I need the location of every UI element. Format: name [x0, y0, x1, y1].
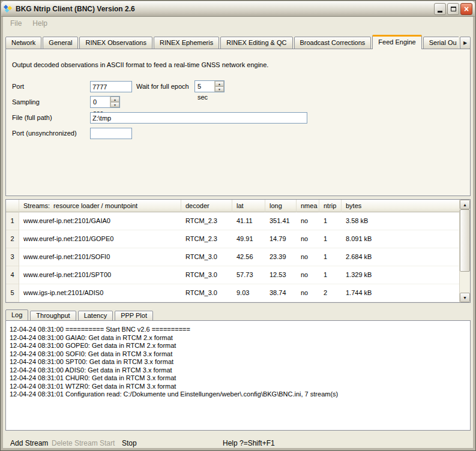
cell-decoder: RTCM_3.0 — [181, 284, 232, 302]
maximize-button[interactable] — [447, 3, 459, 15]
cell-long: 14.79 — [265, 230, 297, 248]
menu-bar: File Help — [3, 17, 473, 30]
port-input[interactable] — [90, 81, 132, 92]
log-line: 12-04-24 08:31:01 CHUR0: Get data in RTC… — [10, 374, 466, 383]
cell-nmea: no — [297, 212, 319, 230]
cell-long: 23.39 — [265, 248, 297, 266]
sampling-spinner[interactable]: 0 sec ▲ ▼ — [90, 96, 120, 108]
minimize-button[interactable] — [434, 3, 446, 15]
panel-description: Output decoded observations in ASCII for… — [12, 61, 268, 68]
menu-file[interactable]: File — [9, 19, 23, 30]
wait-for-full-epoch-label: Wait for full epoch — [136, 83, 189, 90]
cell-lat: 9.03 — [232, 284, 265, 302]
wait-for-full-epoch-spinner[interactable]: 5 sec ▲ ▼ — [194, 80, 224, 92]
header-nmea[interactable]: nmea — [297, 200, 319, 212]
row-number: 5 — [6, 284, 19, 302]
log-tab-bar: Log Throughput Latency PPP Plot — [5, 309, 155, 321]
wait-value: 5 sec — [195, 81, 214, 92]
feed-engine-panel: Output decoded observations in ASCII for… — [5, 49, 471, 196]
tab-general[interactable]: General — [43, 37, 78, 49]
cell-long: 38.74 — [265, 284, 297, 302]
log-line: 12-04-24 08:31:01 Configuration read: C:… — [10, 390, 466, 399]
cell-bytes: 8.091 kB — [342, 230, 460, 248]
close-icon: × — [464, 5, 469, 13]
tab-network[interactable]: Network — [5, 37, 41, 49]
cell-decoder: RTCM_3.0 — [181, 248, 232, 266]
title-bar[interactable]: BKG Ntrip Client (BNC) Version 2.6 × — [1, 1, 475, 17]
header-long[interactable]: long — [265, 200, 297, 212]
spin-down-button[interactable]: ▼ — [215, 86, 224, 92]
tab-bar: Network General RINEX Observations RINEX… — [5, 35, 459, 49]
spin-up-button[interactable]: ▲ — [215, 81, 224, 86]
scrollbar-thumb[interactable] — [460, 209, 470, 272]
tab-broadcast-corrections[interactable]: Broadcast Corrections — [294, 37, 372, 49]
cell-ntrip: 1 — [319, 266, 342, 284]
header-bytes[interactable]: bytes — [342, 200, 460, 212]
spin-down-button[interactable]: ▼ — [110, 102, 119, 107]
menu-help[interactable]: Help — [31, 19, 49, 30]
log-line: 12-04-24 08:31:00 ADIS0: Get data in RTC… — [10, 366, 466, 375]
sampling-value: 0 sec — [91, 97, 110, 107]
cell-mountpoint: www.igs-ip.net:2101/ADIS0 — [19, 284, 181, 302]
log-line: 12-04-24 08:31:00 ========== Start BNC v… — [10, 326, 466, 334]
cell-decoder: RTCM_3.0 — [181, 266, 232, 284]
client-area: File Help Network General RINEX Observat… — [3, 17, 473, 448]
row-number: 2 — [6, 230, 19, 248]
tab-rinex-ephemeris[interactable]: RINEX Ephemeris — [154, 37, 219, 49]
cell-ntrip: 2 — [319, 284, 342, 302]
cell-nmea: no — [297, 284, 319, 302]
cell-mountpoint: www.euref-ip.net:2101/GAIA0 — [19, 212, 181, 230]
tab-throughput[interactable]: Throughput — [30, 311, 76, 321]
app-window: BKG Ntrip Client (BNC) Version 2.6 × Fil… — [0, 0, 476, 451]
row-number: 3 — [6, 248, 19, 266]
log-viewer[interactable]: 12-04-24 08:31:00 ========== Start BNC v… — [5, 320, 471, 431]
table-row[interactable]: 5 www.igs-ip.net:2101/ADIS0 RTCM_3.0 9.0… — [6, 284, 460, 302]
file-path-input[interactable] — [90, 112, 307, 124]
streams-table: Streams: resource loader / mountpoint de… — [5, 199, 471, 303]
table-row[interactable]: 1 www.euref-ip.net:2101/GAIA0 RTCM_2.3 4… — [6, 212, 460, 230]
port-label: Port — [12, 83, 24, 90]
tab-latency[interactable]: Latency — [78, 311, 113, 321]
tab-rinex-observations[interactable]: RINEX Observations — [79, 37, 152, 49]
cell-bytes: 2.684 kB — [342, 248, 460, 266]
add-stream-button[interactable]: Add Stream — [10, 439, 48, 447]
table-scrollbar[interactable]: ▲ ▼ — [459, 200, 470, 302]
tab-rinex-editing-qc[interactable]: RINEX Editing & QC — [220, 37, 292, 49]
tab-log[interactable]: Log — [5, 309, 28, 321]
stop-button[interactable]: Stop — [122, 439, 137, 447]
app-icon — [4, 4, 13, 13]
header-decoder[interactable]: decoder — [181, 200, 232, 212]
log-line: 12-04-24 08:31:00 SPT00: Get data in RTC… — [10, 358, 466, 366]
streams-table-body: Streams: resource loader / mountpoint de… — [6, 200, 460, 302]
log-line: 12-04-24 08:31:00 SOFI0: Get data in RTC… — [10, 350, 466, 359]
cell-long: 12.53 — [265, 266, 297, 284]
scroll-down-button[interactable]: ▼ — [460, 293, 470, 302]
tab-serial-output[interactable]: Serial Ou — [423, 37, 459, 49]
header-lat[interactable]: lat — [232, 200, 265, 212]
tab-feed-engine[interactable]: Feed Engine — [372, 35, 421, 49]
cell-decoder: RTCM_2.3 — [181, 212, 232, 230]
cell-nmea: no — [297, 248, 319, 266]
table-row[interactable]: 3 www.euref-ip.net:2101/SOFI0 RTCM_3.0 4… — [6, 248, 460, 266]
port-unsynchronized-input[interactable] — [90, 128, 132, 139]
start-button[interactable]: Start — [100, 439, 115, 447]
header-mountpoint[interactable]: Streams: resource loader / mountpoint — [19, 200, 181, 212]
cell-bytes: 1.329 kB — [342, 266, 460, 284]
table-row[interactable]: 4 www.euref-ip.net:2101/SPT00 RTCM_3.0 5… — [6, 266, 460, 284]
scroll-up-button[interactable]: ▲ — [460, 200, 470, 209]
log-line: 12-04-24 08:31:00 GOPE0: Get data in RTC… — [10, 342, 466, 350]
tab-ppp-plot[interactable]: PPP Plot — [115, 311, 153, 321]
cell-bytes: 3.58 kB — [342, 212, 460, 230]
spin-up-button[interactable]: ▲ — [110, 97, 119, 102]
bottom-bar: Add Stream Delete Stream Start Stop Help… — [5, 438, 471, 448]
row-number: 4 — [6, 266, 19, 284]
table-row[interactable]: 2 www.euref-ip.net:2101/GOPE0 RTCM_2.3 4… — [6, 230, 460, 248]
delete-stream-button[interactable]: Delete Stream — [52, 439, 98, 447]
cell-mountpoint: www.euref-ip.net:2101/SOFI0 — [19, 248, 181, 266]
spin-up-icon: ▲ — [218, 82, 221, 86]
window-title: BKG Ntrip Client (BNC) Version 2.6 — [16, 5, 135, 13]
close-button[interactable]: × — [460, 3, 472, 15]
header-ntrip[interactable]: ntrip — [319, 200, 342, 212]
log-line: 12-04-24 08:31:01 WTZR0: Get data in RTC… — [10, 383, 466, 391]
tab-scroll-right-button[interactable]: ▶ — [460, 37, 471, 49]
